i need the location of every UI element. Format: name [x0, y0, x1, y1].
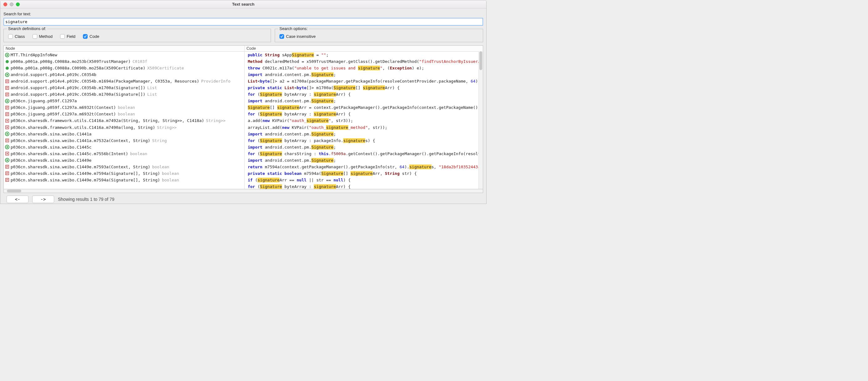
- node-text: p036cn.jiguang.p059f.C1297a: [11, 98, 77, 104]
- search-input[interactable]: [3, 18, 483, 26]
- node-type-icon: [5, 164, 9, 169]
- table-row[interactable]: p036cn.sharesdk.sina.weibo.C1445c: [4, 144, 244, 151]
- node-return-type: String>>: [157, 124, 177, 131]
- table-row[interactable]: p036cn.jiguang.p059f.C1297a: [4, 98, 244, 104]
- checkbox-class-label: Class: [15, 34, 25, 39]
- vertical-scrollbar[interactable]: [478, 51, 483, 189]
- svg-point-2: [6, 60, 9, 63]
- table-row[interactable]: MTT.ThirdAppInfoNew: [4, 52, 244, 58]
- table-row[interactable]: p036cn.sharesdk.sina.weibo.C1449e: [4, 157, 244, 164]
- table-row[interactable]: android.support.p014v4.p019c.C0354b.m170…: [4, 85, 244, 91]
- table-row[interactable]: android.support.p014v4.p019c.C0354b: [4, 71, 244, 78]
- node-text: p036cn.sharesdk.framework.utils.C1416a.m…: [11, 124, 155, 131]
- code-line[interactable]: for (Signature byteArray : signatureArr)…: [245, 111, 483, 117]
- code-line[interactable]: Signature[] signatureArr = context.getPa…: [245, 104, 483, 111]
- node-return-type: String: [152, 137, 167, 144]
- node-return-type: String>>: [206, 117, 226, 124]
- checkbox-code-label: Code: [90, 34, 99, 39]
- code-line[interactable]: for (Signature byteArray : signatureArr)…: [245, 91, 483, 98]
- table-row[interactable]: p036cn.sharesdk.sina.weibo.C1449e.m7593a…: [4, 164, 244, 170]
- code-line[interactable]: a.add(new KVPair("oauth_signature", str3…: [245, 117, 483, 124]
- node-type-icon: [5, 92, 9, 97]
- table-row[interactable]: android.support.p014v4.p019c.C0354b.m170…: [4, 91, 244, 98]
- node-return-type: boolean: [130, 151, 147, 157]
- table-row[interactable]: p000a.p001a.p008g.C0088a.C0090b.mo258a(X…: [4, 65, 244, 71]
- code-line[interactable]: for (Signature byteArray : packageInfo.s…: [245, 137, 483, 144]
- results-status: Showing results 1 to 79 of 79: [58, 197, 115, 202]
- node-type-icon: [5, 66, 9, 70]
- column-header-node[interactable]: Node: [4, 46, 244, 52]
- code-line[interactable]: throw C0021c.m117a("unable to get issues…: [245, 65, 483, 71]
- svg-point-25: [7, 160, 8, 161]
- svg-point-18: [7, 133, 8, 135]
- code-line[interactable]: public String sAppSignature = "";: [245, 52, 483, 58]
- table-row[interactable]: p036cn.sharesdk.sina.weibo.C1441a.m7532a…: [4, 137, 244, 144]
- svg-point-23: [7, 153, 8, 154]
- code-line[interactable]: List<byte[]> a2 = m1700a(packageManager.…: [245, 78, 483, 85]
- code-line[interactable]: import android.content.pm.Signature;: [245, 131, 483, 137]
- node-return-type: boolean: [162, 177, 179, 183]
- code-line[interactable]: import android.content.pm.Signature;: [245, 144, 483, 151]
- results-table: Node MTT.ThirdAppInfoNewp000a.p001a.p008…: [3, 45, 483, 189]
- code-line[interactable]: private static List<byte[]> m1700a(Signa…: [245, 85, 483, 91]
- checkbox-case-insensitive-label: Case insensitive: [286, 34, 316, 39]
- node-type-icon: [5, 72, 9, 77]
- node-type-icon: [5, 112, 9, 116]
- table-row[interactable]: p036cn.jiguang.p059f.C1297a.m6932t(Conte…: [4, 111, 244, 117]
- svg-point-10: [7, 100, 8, 102]
- node-type-icon: [5, 86, 9, 90]
- table-row[interactable]: p036cn.sharesdk.sina.weibo.C1449e.m7594a…: [4, 170, 244, 177]
- node-text: MTT.ThirdAppInfoNew: [11, 52, 57, 58]
- code-line[interactable]: for (Signature charsString : this.f5009a…: [245, 151, 483, 157]
- node-return-type: List: [147, 91, 157, 98]
- table-row[interactable]: p036cn.sharesdk.framework.utils.C1416a.m…: [4, 124, 244, 131]
- svg-point-16: [7, 127, 8, 128]
- node-text: p036cn.jiguang.p059f.C1297a.m6932t(Conte…: [11, 111, 116, 117]
- checkbox-code[interactable]: Code: [83, 34, 99, 39]
- svg-point-5: [7, 74, 8, 75]
- node-type-icon: [5, 151, 9, 156]
- node-return-type: List: [147, 85, 157, 91]
- table-row[interactable]: p036cn.sharesdk.sina.weibo.C1449e.m7594a…: [4, 177, 244, 183]
- table-row[interactable]: p000a.p001a.p008g.C0088a.mo253b(X509Trus…: [4, 58, 244, 65]
- node-text: android.support.p014v4.p019c.C0354b.m170…: [11, 91, 145, 98]
- node-text: p036cn.jiguang.p059f.C1297a.m6932t(Conte…: [11, 104, 116, 111]
- table-row[interactable]: android.support.p014v4.p019c.C0354b.m169…: [4, 78, 244, 85]
- table-row[interactable]: p036cn.sharesdk.framework.utils.C1416a.m…: [4, 117, 244, 124]
- node-text: p000a.p001a.p008g.C0088a.C0090b.mo258a(X…: [11, 65, 145, 71]
- code-line[interactable]: import android.content.pm.Signature;: [245, 98, 483, 104]
- node-return-type: X509Certificate: [147, 65, 184, 71]
- code-line[interactable]: if (signatureArr == null || str == null)…: [245, 177, 483, 183]
- code-line[interactable]: Method declaredMethod = x509TrustManager…: [245, 58, 483, 65]
- code-line[interactable]: import android.content.pm.Signature;: [245, 157, 483, 164]
- node-text: p036cn.sharesdk.sina.weibo.C1441a: [11, 131, 91, 137]
- table-row[interactable]: p036cn.sharesdk.sina.weibo.C1445c.m7556b…: [4, 151, 244, 157]
- code-line[interactable]: private static boolean m7594a(Signature[…: [245, 170, 483, 177]
- search-options-group: Search options: Case insensitive: [275, 29, 483, 42]
- checkbox-field[interactable]: Field: [60, 34, 75, 39]
- code-line[interactable]: import android.content.pm.Signature;: [245, 71, 483, 78]
- checkbox-method[interactable]: Method: [33, 34, 53, 39]
- search-definitions-group: Search definitions of: Class Method Fiel…: [3, 29, 271, 42]
- code-line[interactable]: return m7594a(context.getPackageManager(…: [245, 164, 483, 170]
- svg-point-14: [7, 120, 8, 121]
- checkbox-class[interactable]: Class: [8, 34, 25, 39]
- code-line[interactable]: for (Signature byteArray : signatureArr)…: [245, 183, 483, 189]
- table-row[interactable]: p036cn.jiguang.p059f.C1297a.m6932t(Conte…: [4, 104, 244, 111]
- horizontal-scrollbar[interactable]: [3, 189, 483, 193]
- next-button[interactable]: ->: [32, 195, 54, 203]
- search-definitions-legend: Search definitions of:: [7, 26, 47, 31]
- checkbox-method-label: Method: [39, 34, 53, 39]
- node-type-icon: [5, 99, 9, 103]
- column-header-code[interactable]: Code: [245, 46, 483, 52]
- node-return-type: boolean: [162, 170, 179, 177]
- node-type-icon: [5, 171, 9, 176]
- node-type-icon: [5, 178, 9, 182]
- checkbox-case-insensitive[interactable]: Case insensitive: [279, 34, 316, 39]
- table-row[interactable]: p036cn.sharesdk.sina.weibo.C1441a: [4, 131, 244, 137]
- node-text: p036cn.sharesdk.framework.utils.C1416a.m…: [11, 117, 204, 124]
- prev-button[interactable]: <-: [7, 195, 29, 203]
- node-text: p036cn.sharesdk.sina.weibo.C1449e.m7593a…: [11, 164, 150, 170]
- search-options-legend: Search options:: [278, 26, 309, 31]
- code-line[interactable]: arrayList.add(new KVPair("oauth_signatur…: [245, 124, 483, 131]
